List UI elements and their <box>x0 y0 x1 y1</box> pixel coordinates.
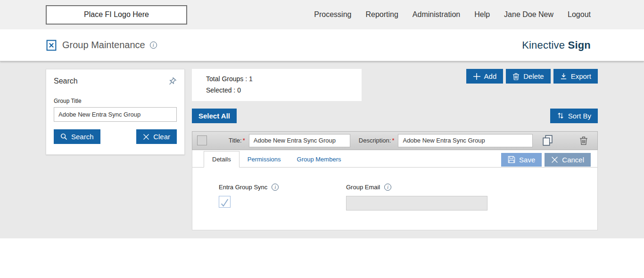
page-title: Group Maintenance <box>62 40 145 51</box>
copy-button[interactable] <box>542 135 553 146</box>
required-marker: * <box>392 137 394 144</box>
content-area: Search Group Title Search <box>0 61 644 238</box>
toolbar: Add Delete <box>466 69 598 84</box>
selected-count: Selected : 0 <box>206 85 347 96</box>
nav-processing[interactable]: Processing <box>314 10 351 19</box>
save-button[interactable]: Save <box>501 153 542 167</box>
download-icon <box>560 73 567 80</box>
page-title-info-icon[interactable]: i <box>150 42 157 49</box>
title-input[interactable] <box>249 134 350 147</box>
nav-help[interactable]: Help <box>474 10 490 19</box>
clear-button[interactable]: Clear <box>136 129 177 144</box>
cancel-button[interactable]: Cancel <box>545 153 591 167</box>
group-email-label: Group Email <box>346 184 380 191</box>
tab-group-members[interactable]: Group Members <box>289 152 349 167</box>
trash-icon <box>512 73 520 80</box>
trash-icon <box>579 140 588 147</box>
brand-first: Kinective <box>522 39 565 51</box>
entra-group-sync-info-icon[interactable]: i <box>272 184 279 191</box>
details-tab-content: Entra Group Sync i Group Email <box>192 168 597 230</box>
delete-button[interactable]: Delete <box>506 69 550 84</box>
row-checkbox[interactable] <box>197 135 207 145</box>
x-icon <box>143 134 149 140</box>
select-all-button[interactable]: Select All <box>192 109 237 123</box>
x-icon <box>551 156 558 163</box>
brand-second: Sign <box>568 39 591 51</box>
nav-logout[interactable]: Logout <box>568 10 591 19</box>
description-label: Description:* <box>359 137 395 144</box>
copy-icon <box>542 141 553 148</box>
nav-reporting[interactable]: Reporting <box>365 10 398 19</box>
required-marker: * <box>243 137 245 144</box>
tabs-bar: Details Permissions Group Members Save <box>192 150 597 168</box>
top-bar: Place FI Logo Here Processing Reporting … <box>0 0 644 29</box>
group-email-info-icon[interactable]: i <box>384 184 391 191</box>
description-input[interactable] <box>398 134 533 147</box>
nav-administration[interactable]: Administration <box>413 10 460 19</box>
plus-icon <box>473 73 480 80</box>
page-header: Group Maintenance i Kinective Sign <box>0 29 644 61</box>
row-delete-button[interactable] <box>579 136 588 145</box>
main-panel: Total Groups : 1 Selected : 0 Add <box>192 69 598 230</box>
save-icon <box>508 156 515 163</box>
checkmark-icon <box>221 198 229 207</box>
pin-icon[interactable] <box>167 77 177 86</box>
search-icon <box>60 133 67 140</box>
sort-by-button[interactable]: Sort By <box>550 109 598 123</box>
entra-group-sync-label: Entra Group Sync <box>219 184 267 191</box>
search-panel-title: Search <box>54 77 78 85</box>
group-row: Title:* Description:* <box>192 131 598 150</box>
search-panel: Search Group Title Search <box>46 69 185 155</box>
top-nav: Processing Reporting Administration Help… <box>314 10 591 19</box>
group-title-label: Group Title <box>54 98 177 104</box>
fi-logo-placeholder: Place FI Logo Here <box>46 5 187 25</box>
nav-user-menu[interactable]: Jane Doe New <box>504 10 553 19</box>
summary-card: Total Groups : 1 Selected : 0 <box>192 69 362 101</box>
export-button[interactable]: Export <box>553 69 598 84</box>
sort-icon <box>557 112 564 119</box>
tab-details[interactable]: Details <box>204 151 239 168</box>
group-title-input[interactable] <box>54 107 177 122</box>
group-card: Title:* Description:* <box>192 131 598 230</box>
entra-group-sync-checkbox[interactable] <box>219 196 231 208</box>
brand-logo: Kinective Sign <box>522 39 591 51</box>
search-button[interactable]: Search <box>54 129 100 144</box>
tab-permissions[interactable]: Permissions <box>239 152 289 167</box>
title-label: Title:* <box>229 137 245 144</box>
add-button[interactable]: Add <box>466 69 504 84</box>
total-groups-count: Total Groups : 1 <box>206 74 347 85</box>
group-email-input <box>346 196 487 211</box>
group-maintenance-icon <box>46 39 58 51</box>
